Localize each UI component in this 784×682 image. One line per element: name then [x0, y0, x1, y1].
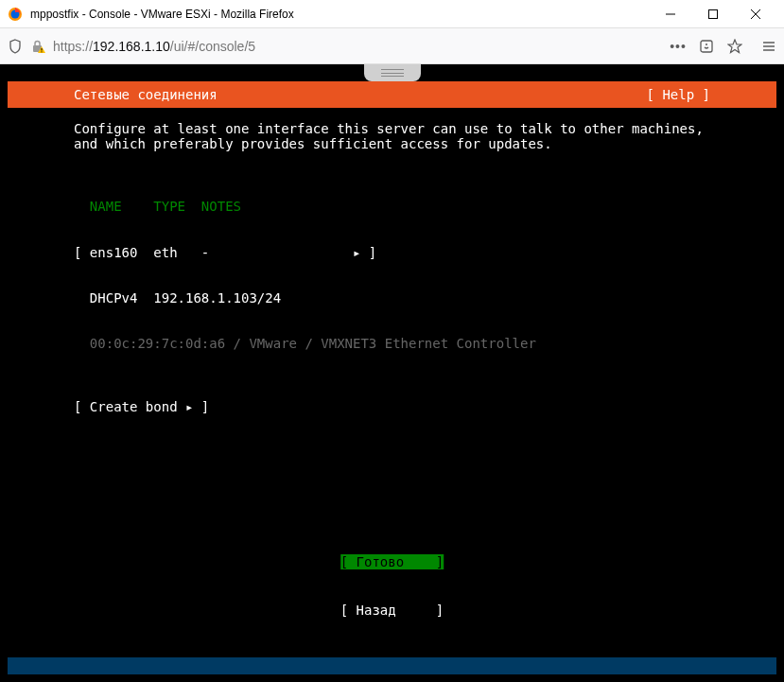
- window-titlebar: mppostfix - Console - VMware ESXi - Mozi…: [0, 0, 784, 28]
- svg-point-11: [706, 44, 707, 45]
- window-controls: [649, 0, 776, 28]
- minimize-button[interactable]: [649, 0, 691, 28]
- description-line2: and which preferably provides sufficient…: [74, 136, 710, 151]
- maximize-button[interactable]: [691, 0, 734, 28]
- description: Configure at least one interface this se…: [74, 121, 710, 151]
- interface-table: NAME TYPE NOTES [ ens160 eth - ▸ ] DHCPv…: [74, 168, 710, 381]
- hamburger-menu-icon[interactable]: [761, 39, 776, 54]
- window-title: mppostfix - Console - VMware ESXi - Mozi…: [30, 8, 649, 21]
- mac-row: 00:0c:29:7c:0d:a6 / VMware / VMXNET3 Eth…: [74, 336, 710, 351]
- header-title: Сетевые соединения: [74, 87, 218, 102]
- close-button[interactable]: [734, 0, 776, 28]
- console-inner: Сетевые соединения [ Help ] Configure at…: [8, 81, 776, 674]
- back-button[interactable]: [ Назад ]: [340, 603, 444, 618]
- lock-warning-icon[interactable]: [30, 39, 45, 54]
- url-path: /ui/#/console/5: [170, 39, 255, 54]
- description-line1: Configure at least one interface this se…: [74, 121, 710, 136]
- browser-toolbar: https://192.168.1.10/ui/#/console/5 •••: [0, 28, 784, 64]
- reader-mode-icon[interactable]: [699, 39, 714, 54]
- table-header: NAME TYPE NOTES: [74, 199, 710, 214]
- console-pull-tab[interactable]: [364, 64, 421, 81]
- footer-bar: [8, 657, 776, 674]
- console-container: Сетевые соединения [ Help ] Configure at…: [0, 64, 784, 682]
- toolbar-right: •••: [671, 39, 776, 54]
- dhcp-row: DHCPv4 192.168.1.103/24: [74, 290, 710, 306]
- tracking-protection-icon[interactable]: [8, 39, 23, 54]
- bottom-buttons: [ Готово ] [ Назад ]: [340, 523, 444, 650]
- url-bar[interactable]: https://192.168.1.10/ui/#/console/5: [53, 33, 663, 60]
- page-actions-icon[interactable]: •••: [671, 39, 686, 54]
- firefox-icon: [8, 7, 23, 22]
- installer-header: Сетевые соединения [ Help ]: [8, 81, 776, 108]
- svg-point-9: [41, 51, 42, 52]
- done-button[interactable]: [ Готово ]: [340, 554, 444, 569]
- url-prefix: https://: [53, 39, 93, 54]
- help-button[interactable]: [ Help ]: [647, 87, 710, 102]
- bookmark-icon[interactable]: [727, 39, 742, 54]
- interface-row[interactable]: [ ens160 eth - ▸ ]: [74, 245, 710, 260]
- url-domain: 192.168.1.10: [93, 39, 170, 54]
- terminal-body[interactable]: Configure at least one interface this se…: [8, 108, 776, 657]
- svg-rect-10: [701, 41, 712, 52]
- create-bond-button[interactable]: [ Create bond ▸ ]: [74, 399, 710, 414]
- svg-rect-3: [708, 9, 717, 18]
